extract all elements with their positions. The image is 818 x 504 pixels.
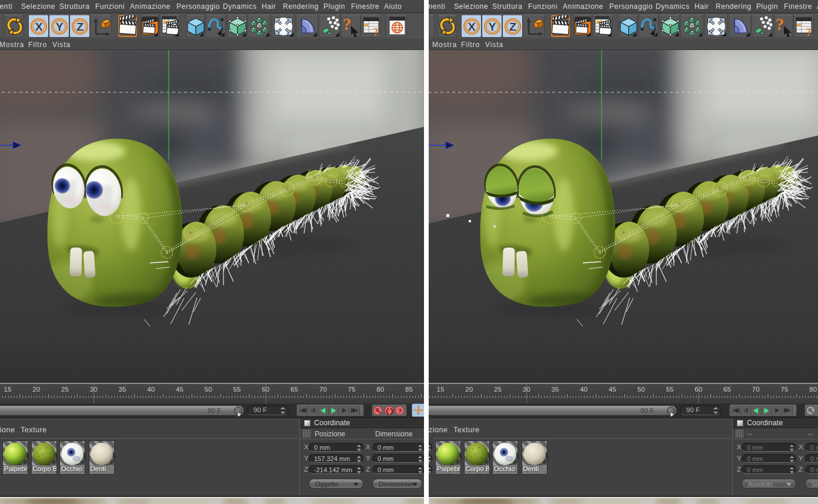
svg-text:Y: Y bbox=[489, 21, 496, 33]
svg-text:?: ? bbox=[398, 408, 402, 415]
svg-text:?: ? bbox=[776, 15, 784, 34]
svg-text:Z: Z bbox=[509, 21, 516, 33]
svg-text:?: ? bbox=[343, 15, 352, 34]
svg-text:?: ? bbox=[806, 26, 812, 38]
svg-text:Y: Y bbox=[56, 21, 64, 33]
svg-text:Z: Z bbox=[76, 21, 84, 33]
svg-text:X: X bbox=[468, 21, 476, 33]
svg-text:X: X bbox=[35, 21, 43, 33]
svg-text:?: ? bbox=[373, 26, 379, 38]
